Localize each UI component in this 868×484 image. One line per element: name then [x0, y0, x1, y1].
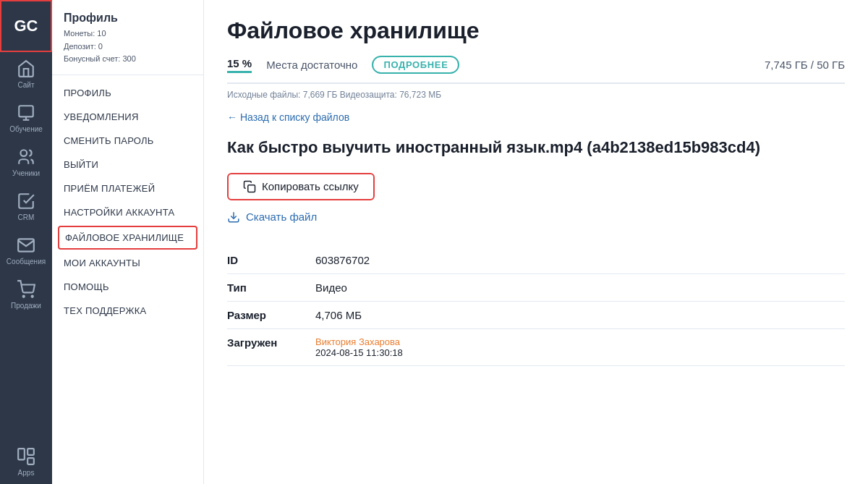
menu-item-profile[interactable]: ПРОФИЛЬ	[52, 81, 203, 105]
menu-item-tech-support[interactable]: ТЕХ ПОДДЕРЖКА	[52, 299, 203, 323]
menu-item-my-accounts[interactable]: МОИ АККАУНТЫ	[52, 251, 203, 275]
sidebar-item-messages[interactable]: Сообщения	[0, 229, 52, 273]
file-info-table: ID 603876702 Тип Видео Размер 4,706 МБ З…	[227, 247, 845, 366]
table-row: Тип Видео	[227, 274, 845, 302]
info-label-id: ID	[227, 254, 292, 266]
svg-point-5	[32, 296, 33, 297]
menu-item-file-storage[interactable]: ФАЙЛОВОЕ ХРАНИЛИЩЕ	[58, 226, 197, 250]
svg-rect-8	[27, 458, 34, 464]
menu-item-logout[interactable]: ВЫЙТИ	[52, 153, 203, 177]
sidebar-item-learning[interactable]: Обучение	[0, 96, 52, 140]
table-row: ID 603876702	[227, 247, 845, 274]
page-title: Файловое хранилище	[227, 17, 845, 44]
svg-rect-9	[248, 184, 255, 192]
menu-item-payments[interactable]: ПРИЁМ ПЛАТЕЖЕЙ	[52, 177, 203, 200]
info-value-uploaded: Виктория Захарова 2024-08-15 11:30:18	[315, 336, 403, 358]
menu-item-change-password[interactable]: СМЕНИТЬ ПАРОЛЬ	[52, 129, 203, 153]
profile-deposit: Депозит: 0	[64, 41, 192, 54]
students-label: Ученики	[12, 169, 40, 177]
menu-sidebar: Профиль Монеты: 10 Депозит: 0 Бонусный с…	[52, 0, 204, 484]
copy-icon	[243, 180, 256, 193]
storage-files-info: Исходные файлы: 7,669 ГБ Видеозащита: 76…	[227, 90, 845, 100]
copy-link-button[interactable]: Копировать ссылку	[227, 173, 375, 200]
info-value-type: Видео	[315, 281, 347, 294]
menu-item-account-settings[interactable]: НАСТРОЙКИ АККАУНТА	[52, 200, 203, 224]
storage-bar: 15 % Места достаточно ПОДРОБНЕЕ 7,745 ГБ…	[227, 56, 845, 84]
table-row: Размер 4,706 МБ	[227, 302, 845, 329]
svg-rect-7	[27, 449, 34, 455]
menu-list: ПРОФИЛЬ УВЕДОМЛЕНИЯ СМЕНИТЬ ПАРОЛЬ ВЫЙТИ…	[52, 75, 203, 484]
file-name: Как быстро выучить иностранный язык.mp4 …	[227, 137, 845, 158]
learning-label: Обучение	[9, 125, 43, 133]
learning-icon	[17, 103, 35, 122]
apps-label: Apps	[18, 469, 35, 477]
crm-label: CRM	[18, 213, 35, 221]
home-icon	[17, 59, 35, 78]
info-value-id: 603876702	[315, 254, 370, 266]
profile-stats: Монеты: 10 Депозит: 0 Бонусный счет: 300	[64, 27, 192, 66]
info-label-uploaded: Загружен	[227, 336, 292, 349]
profile-title: Профиль	[64, 12, 192, 25]
svg-rect-6	[18, 449, 25, 459]
svg-point-4	[23, 296, 25, 297]
copy-link-label: Копировать ссылку	[262, 180, 359, 192]
storage-percent: 15 %	[227, 57, 252, 73]
sales-label: Продажи	[11, 302, 41, 310]
messages-icon	[17, 236, 35, 255]
icon-sidebar: GC Сайт Обучение Ученики CRM	[0, 0, 52, 484]
sidebar-item-sales[interactable]: Продажи	[0, 273, 52, 317]
profile-bonus: Бонусный счет: 300	[64, 53, 192, 66]
info-label-size: Размер	[227, 309, 292, 321]
sidebar-item-site[interactable]: Сайт	[0, 52, 52, 96]
action-buttons: Копировать ссылку Скачать файл	[227, 173, 845, 226]
back-link[interactable]: ← Назад к списку файлов	[227, 111, 845, 123]
table-row: Загружен Виктория Захарова 2024-08-15 11…	[227, 329, 845, 366]
storage-status: Места достаточно	[266, 59, 357, 71]
storage-size: 7,745 ГБ / 50 ГБ	[765, 59, 845, 71]
crm-icon	[17, 192, 35, 211]
download-button[interactable]: Скачать файл	[227, 208, 845, 226]
site-label: Сайт	[17, 81, 34, 89]
info-label-type: Тип	[227, 281, 292, 294]
apps-icon	[17, 447, 35, 466]
logo-container: GC	[0, 0, 52, 52]
sidebar-item-apps[interactable]: Apps	[0, 440, 52, 484]
main-content: Файловое хранилище 15 % Места достаточно…	[204, 0, 868, 484]
storage-detail-button[interactable]: ПОДРОБНЕЕ	[372, 56, 459, 74]
sales-icon	[17, 280, 35, 299]
messages-label: Сообщения	[7, 258, 46, 266]
menu-item-notifications[interactable]: УВЕДОМЛЕНИЯ	[52, 105, 203, 129]
sidebar-item-crm[interactable]: CRM	[0, 184, 52, 229]
gc-logo: GC	[9, 9, 43, 43]
download-icon	[227, 211, 240, 224]
info-value-size: 4,706 МБ	[315, 309, 362, 321]
svg-point-3	[20, 150, 27, 156]
svg-rect-0	[19, 106, 33, 116]
menu-item-help[interactable]: ПОМОЩЬ	[52, 275, 203, 299]
students-icon	[17, 148, 35, 166]
download-label: Скачать файл	[246, 211, 317, 223]
sidebar-item-students[interactable]: Ученики	[0, 140, 52, 184]
logo-text: GC	[14, 17, 38, 35]
profile-section: Профиль Монеты: 10 Депозит: 0 Бонусный с…	[52, 0, 203, 75]
profile-coins: Монеты: 10	[64, 27, 192, 41]
